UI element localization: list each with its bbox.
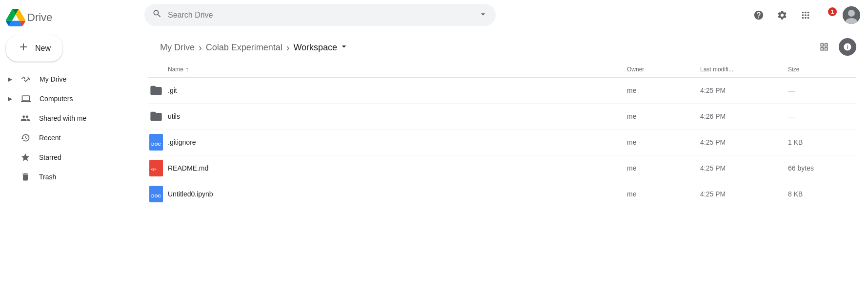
breadcrumb-sep-1: › xyxy=(199,42,202,53)
file-modified-readme: 4:25 PM xyxy=(700,164,788,172)
file-row[interactable]: </> README.md me 4:25 PM 66 bytes xyxy=(148,155,856,181)
size-col-header: Size xyxy=(788,66,847,73)
file-modified-git: 4:25 PM xyxy=(700,87,788,94)
computer-icon xyxy=(20,93,32,105)
file-owner-readme: me xyxy=(627,164,700,172)
search-dropdown-icon[interactable] xyxy=(478,9,488,21)
clock-icon xyxy=(20,132,31,144)
header-actions: 1 xyxy=(749,5,860,25)
workspace-dropdown-icon xyxy=(339,42,349,54)
new-button[interactable]: New xyxy=(6,35,62,62)
sidebar-item-recent-label: Recent xyxy=(39,134,61,142)
notification-badge: 1 xyxy=(828,7,837,16)
new-button-label: New xyxy=(35,44,51,53)
sidebar-item-starred[interactable]: Starred xyxy=(0,148,129,167)
grid-view-button[interactable] xyxy=(815,38,833,56)
breadcrumb-sep-2: › xyxy=(286,42,290,53)
owner-col-header: Owner xyxy=(627,66,700,73)
user-avatar[interactable] xyxy=(843,6,860,24)
app-name: Drive xyxy=(27,11,52,24)
file-owner-notebook: me xyxy=(627,190,700,198)
sidebar-item-recent[interactable]: Recent xyxy=(0,128,129,148)
chevron-icon: ▶ xyxy=(8,76,12,83)
trash-icon xyxy=(20,171,31,183)
folder-icon-git xyxy=(148,83,164,98)
sidebar-item-starred-label: Starred xyxy=(39,153,61,161)
file-list-header: Name ↑ Owner Last modifi... Size xyxy=(148,62,856,78)
sidebar-item-shared-label: Shared with me xyxy=(39,114,86,122)
app-logo: Drive xyxy=(0,4,137,31)
file-row[interactable]: DOC .gitignore me 4:25 PM 1 KB xyxy=(148,130,856,155)
breadcrumb: My Drive › Colab Experimental › Workspac… xyxy=(148,36,361,58)
sort-arrow: ↑ xyxy=(185,65,189,73)
chevron-icon-computers: ▶ xyxy=(8,95,12,102)
file-size-gitignore: 1 KB xyxy=(788,138,847,146)
help-button[interactable] xyxy=(749,5,768,25)
file-size-notebook: 8 KB xyxy=(788,190,847,198)
file-size-utils: — xyxy=(788,112,847,120)
notification-button[interactable]: 1 xyxy=(819,5,839,25)
code-icon-readme: </> xyxy=(148,160,164,176)
name-col-header[interactable]: Name ↑ xyxy=(168,65,627,73)
sidebar-item-my-drive[interactable]: ▶ My Drive xyxy=(0,69,129,89)
breadcrumb-colab[interactable]: Colab Experimental xyxy=(206,43,283,53)
search-icon xyxy=(152,9,162,21)
plus-icon xyxy=(18,41,29,56)
breadcrumb-my-drive[interactable]: My Drive xyxy=(160,43,195,53)
file-name-git: .git xyxy=(168,87,627,94)
breadcrumb-workspace[interactable]: Workspace xyxy=(293,42,349,54)
file-modified-utils: 4:26 PM xyxy=(700,112,788,120)
svg-text:DOC: DOC xyxy=(151,142,161,147)
star-icon xyxy=(20,152,31,163)
file-row[interactable]: utils me 4:26 PM — xyxy=(148,104,856,130)
file-modified-gitignore: 4:25 PM xyxy=(700,138,788,146)
modified-col-header: Last modifi... xyxy=(700,66,788,73)
drive-icon xyxy=(20,73,32,85)
file-row[interactable]: DOC Untitled0.ipynb me 4:25 PM 8 KB xyxy=(148,181,856,207)
folder-icon-utils xyxy=(148,108,164,124)
svg-point-1 xyxy=(848,10,855,17)
sidebar-item-trash-label: Trash xyxy=(39,173,56,181)
view-controls xyxy=(815,38,856,56)
svg-text:</>: </> xyxy=(151,167,157,172)
sidebar-item-computers-label: Computers xyxy=(40,95,73,103)
svg-text:DOC: DOC xyxy=(151,194,161,198)
sidebar-item-shared[interactable]: Shared with me xyxy=(0,108,129,128)
file-name-notebook: Untitled0.ipynb xyxy=(168,190,627,198)
file-owner-gitignore: me xyxy=(627,138,700,146)
info-button[interactable] xyxy=(839,38,856,56)
file-modified-notebook: 4:25 PM xyxy=(700,190,788,198)
sidebar-item-my-drive-label: My Drive xyxy=(40,75,66,83)
file-owner-utils: me xyxy=(627,112,700,120)
file-size-git: — xyxy=(788,87,847,94)
settings-button[interactable] xyxy=(772,5,792,25)
sidebar-item-trash[interactable]: Trash xyxy=(0,167,129,187)
doc-icon-gitignore: DOC xyxy=(148,134,164,150)
apps-button[interactable] xyxy=(796,5,815,25)
people-icon xyxy=(20,112,31,124)
doc-icon-notebook: DOC xyxy=(148,186,164,202)
file-name-utils: utils xyxy=(168,112,627,120)
sidebar-item-computers[interactable]: ▶ Computers xyxy=(0,89,129,108)
file-name-gitignore: .gitignore xyxy=(168,138,627,146)
search-bar[interactable] xyxy=(144,4,496,26)
search-input[interactable] xyxy=(168,11,472,20)
file-row[interactable]: .git me 4:25 PM — xyxy=(148,78,856,104)
file-size-readme: 66 bytes xyxy=(788,164,847,172)
file-list: Name ↑ Owner Last modifi... Size .git me… xyxy=(137,62,868,303)
file-owner-git: me xyxy=(627,87,700,94)
file-name-readme: README.md xyxy=(168,164,627,172)
